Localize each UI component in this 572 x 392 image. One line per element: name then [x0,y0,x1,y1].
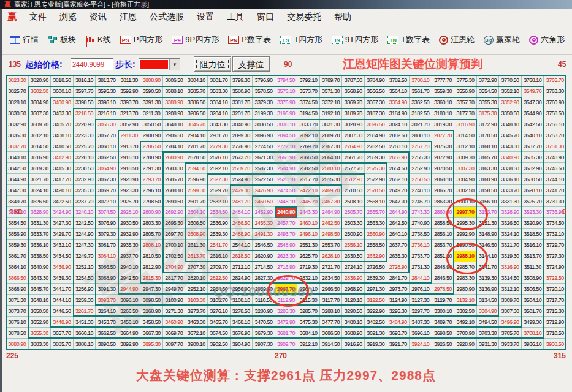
matrix-cell: 2577.70 [342,163,365,174]
matrix-cell: 3120.10 [342,295,365,306]
matrix-cell: 3362.50 [410,97,432,108]
matrix-cell: 3352.90 [499,97,522,108]
toolbar-item-t-square[interactable]: TST四方形 [278,33,324,47]
status-bar: 大盘关键位测算：支撑2961点 压力2997、2988点 [0,362,572,392]
matrix-cell: 3348.10 [499,119,522,130]
matrix-cell: 2640.10 [387,229,410,240]
matrix-cell: 3096.10 [118,295,141,306]
matrix-cell: 3432.10 [51,240,74,251]
matrix-cell: 3739.30 [544,196,566,207]
toolbar-item-bankuai[interactable]: 板块 [46,33,78,47]
matrix-cell: 2714.50 [253,262,275,273]
menu-item-7[interactable]: 窗口 [257,12,274,23]
matrix-cell: 3696.10 [410,328,432,339]
matrix-cell: 3662.50 [96,328,118,339]
matrix-cell: 3849.70 [6,196,29,207]
matrix-cell: 3614.50 [29,141,51,153]
matrix-cell: 3602.50 [29,86,51,97]
menu-item-0[interactable]: 文件 [29,12,47,23]
start-price-input[interactable] [71,58,113,70]
toolbar-item-9t-square[interactable]: T99T四方形 [330,33,380,47]
matrix-cell: 3139.30 [477,273,500,284]
matrix-cell: 2889.70 [320,130,343,141]
matrix-cell: 2884.90 [365,130,387,141]
toolbar-item-hangqing[interactable]: 行情 [8,33,40,47]
menu-item-9[interactable]: 帮助 [334,12,351,23]
matrix-cell: 3568.90 [342,86,365,97]
matrix-cell: 2544.10 [231,240,253,251]
chevron-down-icon[interactable]: ▼ [169,59,180,70]
matrix-cell: 2656.90 [387,152,410,163]
matrix-cell: 2596.90 [185,174,208,185]
matrix-cell: 3367.30 [365,97,387,108]
matrix-cell: 3415.30 [51,163,74,174]
matrix-cell: 3542.50 [522,119,544,130]
matrix-cell: 3182.50 [410,108,432,119]
matrix-cell: 3429.70 [51,229,74,240]
toolbar-item-winner-wheel[interactable]: Big赢家轮 [482,33,522,47]
resistance-button[interactable]: 阻力位 [194,56,231,72]
matrix-cell: 2637.70 [387,240,410,251]
matrix-cell: 3636.10 [29,240,51,251]
toolbar-item-kline[interactable]: K线 [83,33,113,47]
matrix-cell: 2493.70 [275,229,298,240]
matrix-cell: 3861.70 [6,251,29,262]
menu-item-8[interactable]: 交易委托 [287,12,321,23]
matrix-cell: 3540.10 [522,130,544,141]
matrix-cell: 3009.70 [454,152,477,163]
matrix-cell: 2613.70 [185,251,208,262]
menu-item-6[interactable]: 工具 [227,12,244,23]
step-select[interactable]: ▼ [139,58,180,70]
toolbar-item-hexagon[interactable]: 六角形 [527,33,566,47]
matrix-cell: 3122.50 [365,295,387,306]
matrix-cell: 2896.90 [253,130,275,141]
matrix-cell: 2784.10 [163,141,186,153]
toolbar-item-t-table[interactable]: TNT数字表 [386,33,432,47]
support-button[interactable]: 支撑位 [232,56,270,72]
matrix-cell: 2517.70 [297,174,320,185]
toolbar-item-label: 六角形 [541,34,565,45]
toolbar-item-9p-square[interactable]: P99P四方形 [170,33,221,47]
matrix-cell: 2560.90 [365,229,387,240]
window-title: 赢家江恩专业版[赢家服务平台] - [价格正方形] [14,0,149,9]
matrix-cell: 3705.70 [499,328,522,339]
matrix-cell: 2642.50 [387,218,410,229]
matrix-cell: 2659.30 [365,152,387,163]
menu-item-3[interactable]: 江恩 [120,12,137,23]
angle-label-315: 315 [554,352,566,360]
toolbar-item-p-table[interactable]: PNP数字表 [226,33,273,47]
menu-item-2[interactable]: 资讯 [90,12,107,23]
matrix-cell: 3199.30 [253,108,275,119]
matrix-cell: 2944.90 [118,284,141,295]
toolbar-item-label: 行情 [23,34,39,45]
matrix-cell: 2762.50 [365,141,387,153]
menu-item-1[interactable]: 浏览 [59,12,77,23]
matrix-cell: 2904.10 [185,130,208,141]
matrix-cell: 2616.10 [208,251,231,262]
matrix-cell: 3235.30 [74,185,96,196]
toolbar-item-gann-wheel[interactable]: 江恩轮 [437,33,476,47]
matrix-cell: 2793.70 [140,174,163,185]
menu-item-4[interactable]: 公式选股 [150,12,184,23]
toolbar-item-p-square[interactable]: PSP四方形 [118,33,165,47]
angle-label-270: 270 [275,352,287,360]
matrix-cell: 3072.10 [96,196,118,207]
matrix-cell: 3379.30 [253,97,275,108]
matrix-cell: 3722.50 [544,273,566,284]
matrix-cell: 3441.70 [51,284,74,295]
matrix-cell: 2707.30 [185,262,208,273]
matrix-cell: 3124.90 [387,295,410,306]
matrix-cell: 3840.10 [6,152,29,163]
menu-item-5[interactable]: 设置 [197,12,214,23]
matrix-cell: 3544.90 [522,108,544,119]
matrix-cell: 3180.10 [432,108,455,119]
9t-square-icon: T9 [332,36,343,44]
matrix-cell: 2836.90 [342,273,365,284]
matrix-cell: 3273.70 [185,306,208,317]
matrix-cell: 2988.10 [454,251,477,262]
matrix-cell: 3799.30 [231,75,253,86]
matrix-cell: 2774.50 [253,141,275,153]
matrix-cell: 2472.10 [297,185,320,196]
matrix-cell: 3816.10 [74,75,96,86]
matrix-cell: 2947.30 [140,284,163,295]
